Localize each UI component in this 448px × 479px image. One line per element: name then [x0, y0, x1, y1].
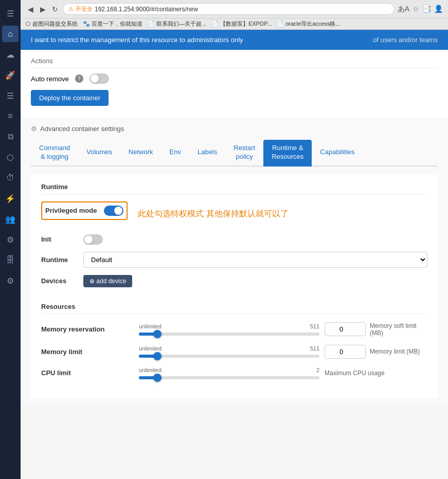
- auto-remove-row: Auto remove ?: [31, 73, 438, 84]
- cpu-limit-unit: Maximum CPU usage: [325, 370, 385, 377]
- slider-track2[interactable]: [139, 355, 319, 358]
- memory-limit-slider: unlimited 511: [139, 345, 319, 358]
- bookmark-5[interactable]: 📄 oracle导出access格...: [277, 20, 340, 28]
- url-bar[interactable]: ⚠ 不安全 192.168.1.254:9000/#/containers/ne…: [63, 3, 395, 15]
- star-icon[interactable]: ☆: [413, 5, 419, 14]
- memory-reservation-label: Memory reservation: [41, 325, 134, 333]
- refresh-button[interactable]: ↻: [50, 5, 60, 14]
- memory-reservation-row: Memory reservation unlimited 511: [41, 322, 427, 337]
- cpu-limit-label: CPU limit: [41, 369, 134, 377]
- help-icon[interactable]: ?: [75, 75, 83, 83]
- tabs-row: Command& logging Volumes Network Env Lab…: [31, 140, 438, 167]
- sidebar-icon-gear2[interactable]: ⚙: [2, 272, 19, 289]
- sidebar-icon-bolt[interactable]: ⚡: [2, 190, 19, 207]
- bookmark-icon-5: 📄: [277, 21, 284, 27]
- sidebar-icon-settings[interactable]: ⚙: [2, 231, 19, 248]
- sidebar-icon-copy[interactable]: ⧉: [2, 128, 19, 145]
- bookmark-icon-1: ⬡: [26, 21, 31, 27]
- tab-network[interactable]: Network: [120, 140, 162, 167]
- tab-runtime-resources[interactable]: Runtime &Resources: [263, 140, 312, 167]
- add-device-button[interactable]: ⊕ add device: [83, 275, 132, 287]
- bookmark-3[interactable]: 📄 联系我们—关于超...: [148, 20, 206, 28]
- toggle-knob: [91, 75, 99, 83]
- actions-section: Actions Auto remove ? Deploy the contain…: [21, 50, 448, 113]
- sidebar-icon-menu[interactable]: ☰: [2, 5, 19, 22]
- auto-remove-toggle[interactable]: [89, 73, 109, 84]
- privileged-mode-label: Privileged mode: [45, 207, 97, 214]
- browser-bar: ◀ ▶ ↻ ⚠ 不安全 192.168.1.254:9000/#/contain…: [21, 0, 448, 19]
- lock-icon: ⚠: [68, 6, 74, 12]
- privileged-mode-toggle[interactable]: [104, 206, 123, 216]
- init-toggle[interactable]: [83, 234, 103, 245]
- sidebar-icon-list[interactable]: ☰: [2, 87, 19, 104]
- sidebar-icon-users[interactable]: 👥: [2, 211, 19, 227]
- memory-limit-unit: Memory limit (MB): [370, 348, 420, 355]
- profile-icon[interactable]: 👤: [434, 5, 443, 14]
- tab-volumes[interactable]: Volumes: [78, 140, 120, 167]
- banner-left-text: I want to restrict the management of thi…: [31, 36, 243, 44]
- cpu-slider-track[interactable]: [139, 376, 319, 379]
- bookmark-1[interactable]: ⬡ 超图问题提交系统: [26, 20, 78, 28]
- cpu-limit-slider: unlimited 2: [139, 367, 319, 379]
- memory-reservation-slider: unlimited 511: [139, 323, 319, 336]
- sidebar-icon-db[interactable]: 🗄: [2, 252, 19, 268]
- slider-max-label2: 511: [310, 345, 319, 352]
- sidebar-icon-cloud[interactable]: ☁: [2, 46, 19, 63]
- cpu-limit-row: CPU limit unlimited 2 Maximum CPU usage: [41, 367, 427, 379]
- tab-labels[interactable]: Labels: [189, 140, 225, 167]
- sidebar-icon-list2[interactable]: ≡: [2, 108, 19, 124]
- devices-row: Devices ⊕ add device: [41, 275, 427, 287]
- slider-track[interactable]: [139, 333, 319, 336]
- resources-section: Resources Memory reservation unlimited 5…: [31, 303, 438, 398]
- memory-limit-input-group: Memory limit (MB): [325, 345, 427, 359]
- runtime-row: Runtime Default: [41, 252, 427, 268]
- memory-limit-row: Memory limit unlimited 511 Memor: [41, 345, 427, 359]
- sidebar-icon-home[interactable]: ⌂: [2, 26, 19, 42]
- slider-min-label2: unlimited: [139, 345, 162, 352]
- url-text: 192.168.1.254:9000/#/containers/new: [95, 6, 198, 13]
- cpu-limit-labels: unlimited 2: [139, 367, 319, 373]
- tab-command-logging[interactable]: Command& logging: [31, 140, 78, 167]
- init-toggle-knob: [84, 235, 93, 244]
- bookmark-icon[interactable]: 📑: [422, 5, 431, 14]
- bookmark-4[interactable]: 📄 【数据泵】EXPDP...: [211, 20, 272, 28]
- sidebar-icon-network[interactable]: ⬡: [2, 149, 19, 165]
- cpu-limit-input-group: Maximum CPU usage: [325, 370, 427, 377]
- deploy-button[interactable]: Deploy the container: [31, 90, 109, 106]
- annotation-text: 此处勾选特权模式 其他保持默认就可以了: [138, 209, 288, 219]
- bookmark-2[interactable]: 🐾 百度一下，你就知道: [83, 20, 142, 28]
- sidebar: ☰ ⌂ ☁ 🚀 ☰ ≡ ⧉ ⬡ ⏱ ⚡ 👥 ⚙ 🗄 ⚙: [0, 0, 21, 479]
- init-row: Init: [41, 234, 427, 245]
- sidebar-icon-time[interactable]: ⏱: [2, 170, 19, 186]
- settings-gear-icon: ⚙: [31, 125, 37, 133]
- cpu-slider-thumb[interactable]: [153, 374, 162, 382]
- tab-restart-policy[interactable]: Restartpolicy: [225, 140, 263, 167]
- tab-env[interactable]: Env: [162, 140, 189, 167]
- memory-soft-limit-unit: Memory soft limit (MB): [370, 322, 427, 337]
- slider-thumb2[interactable]: [153, 352, 162, 360]
- memory-reservation-input-group: Memory soft limit (MB): [325, 322, 427, 337]
- cpu-slider-max-label: 2: [316, 367, 319, 373]
- auto-remove-label: Auto remove: [31, 75, 69, 83]
- memory-reservation-input[interactable]: [325, 322, 366, 336]
- slider-thumb[interactable]: [153, 330, 162, 338]
- runtime-section: Runtime Privileged mode 此处勾选特权模式 其他保持默认就…: [31, 175, 438, 303]
- translate-icon[interactable]: あA: [398, 5, 409, 14]
- sidebar-icon-deploy[interactable]: 🚀: [2, 67, 19, 83]
- advanced-title: ⚙ Advanced container settings: [31, 125, 438, 133]
- page-content: I want to restrict the management of thi…: [21, 30, 448, 404]
- slider-min-label: unlimited: [139, 323, 162, 329]
- privileged-mode-row: Privileged mode: [41, 201, 128, 220]
- privileged-toggle-knob: [114, 207, 122, 215]
- runtime-select[interactable]: Default: [83, 252, 427, 268]
- init-label: Init: [41, 235, 77, 243]
- advanced-section: ⚙ Advanced container settings Command& l…: [21, 118, 448, 404]
- tab-capabilities[interactable]: Capabilities: [312, 140, 363, 167]
- memory-reservation-labels: unlimited 511: [139, 323, 319, 329]
- main-area: ◀ ▶ ↻ ⚠ 不安全 192.168.1.254:9000/#/contain…: [21, 0, 448, 479]
- memory-limit-labels: unlimited 511: [139, 345, 319, 352]
- cpu-slider-min-label: unlimited: [139, 367, 162, 373]
- back-button[interactable]: ◀: [26, 5, 35, 14]
- memory-limit-input[interactable]: [325, 345, 366, 359]
- forward-button[interactable]: ▶: [38, 5, 47, 14]
